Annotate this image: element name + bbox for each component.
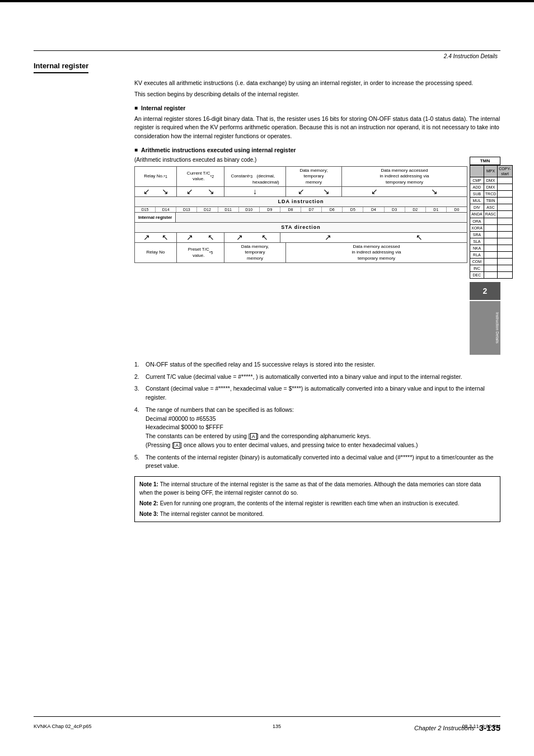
instr-col-header-1: [470, 165, 484, 177]
instr-row-5: DIV ASC: [470, 204, 513, 211]
bit-d13: D13: [176, 207, 197, 212]
sub-heading-2: Arithmetic instructions executed using i…: [134, 147, 500, 153]
chapter-label: Chapter 2 Instructions: [414, 725, 475, 731]
instr-dmx2: DMX: [484, 184, 497, 191]
arrow-datamem: ↙↘: [286, 187, 342, 196]
note-2-label: Note 2:: [139, 500, 160, 506]
instr-empty14b: [498, 265, 513, 272]
page-number: 3-135: [479, 723, 500, 732]
list-item-1: 1. ON-OFF status of the specified relay …: [134, 360, 500, 369]
footer-page-num: 135: [273, 724, 281, 729]
notes-block: Note 1: The internal structure of the in…: [134, 476, 500, 522]
bit-d3: D3: [385, 207, 405, 212]
list-num-3: 3.: [134, 384, 142, 402]
instr-empty8b: [498, 224, 513, 231]
note-3-label: Note 3:: [139, 511, 160, 517]
instr-row-6: ANDA RASC: [470, 211, 513, 218]
arrow-datamem2: ↙↘: [342, 187, 467, 196]
right-instructions-panel: TMN MPX COPY-start CMP DMX ADD DMX: [470, 157, 500, 355]
instr-row-14: INC: [470, 265, 513, 272]
instr-row-12: RLA: [470, 251, 513, 258]
section-header: 2.4 Instruction Details: [444, 53, 498, 59]
sta-arrow-relay: ↗↖: [135, 233, 177, 242]
instr-ora: ORA: [470, 218, 484, 224]
list-num-4: 4.: [134, 406, 142, 450]
instr-inc: INC: [470, 265, 484, 272]
bottom-right-area: Chapter 2 Instructions 3-135: [414, 723, 500, 732]
instr-div: DIV: [470, 204, 484, 211]
instr-mul: MUL: [470, 198, 484, 204]
instr-sub: SUB: [470, 191, 484, 198]
bit-d10: D10: [239, 207, 260, 212]
corner-mark-br: [0, 2, 534, 2]
instr-nka: NKA: [470, 245, 484, 251]
instr-empty10b: [498, 238, 513, 245]
instr-empty5: [498, 204, 513, 211]
bit-d9: D9: [260, 207, 280, 212]
bit-d11: D11: [218, 207, 239, 212]
footer-filename: KVNKA Chap 02_4cP.p65: [34, 724, 91, 729]
list-item-3: 3. Constant (decimal value = #*****, hex…: [134, 384, 500, 402]
bit-d7: D7: [301, 207, 322, 212]
instr-empty12b: [498, 251, 513, 258]
note-1-label: Note 1:: [139, 481, 160, 487]
instr-tbin: TBIN: [484, 198, 497, 204]
content-area: Internal register KV executes all arithm…: [34, 62, 500, 711]
sta-header-datamem: Data memory,temporarymemory: [224, 243, 286, 262]
chapter-2-tab: 2: [470, 282, 500, 300]
instr-dmx1: DMX: [484, 177, 497, 184]
footer-rule: [34, 716, 500, 717]
instr-row-10: SLA: [470, 238, 513, 245]
instr-details-sidebar: Instruction Details: [470, 301, 500, 355]
instr-row-9: SRA: [470, 231, 513, 238]
instr-empty9b: [498, 231, 513, 238]
bit-d6: D6: [322, 207, 343, 212]
instr-sra: SRA: [470, 231, 484, 238]
header-datamem: Data memory;temporarymemory: [286, 167, 342, 186]
instr-col-header-2: MPX: [484, 165, 497, 177]
intro-p1: KV executes all arithmetic instructions …: [134, 79, 500, 88]
diag-top-row: Relay No. *1 Current T/Cvalue. *2 Consta…: [135, 167, 467, 187]
tmn-box: TMN: [470, 157, 500, 165]
sta-header-relay: Relay No: [135, 243, 177, 262]
internal-register-cells: [175, 213, 467, 222]
instr-row-3: SUB TRCD: [470, 191, 513, 198]
instr-row-1: CMP DMX: [470, 177, 513, 184]
instr-empty11b: [498, 245, 513, 251]
instr-xora: XORA: [470, 224, 484, 231]
bit-d0: D0: [447, 207, 467, 212]
instr-trcd: TRCD: [484, 191, 497, 198]
internal-register-label: Internal register: [135, 213, 175, 222]
note-3: Note 3: The internal register cannot be …: [139, 510, 495, 518]
sta-arrow-datamem2: ↗↖: [280, 233, 467, 242]
instr-anda: ANDA: [470, 211, 484, 218]
lda-label: LDA instruction: [135, 197, 467, 207]
instr-rla: RLA: [470, 251, 484, 258]
instr-empty13b: [498, 259, 513, 265]
header-relay: Relay No. *1: [135, 167, 177, 186]
sta-arrow-datamem: ↗↖: [224, 233, 280, 242]
list-content-3: Constant (decimal value = #*****, hexade…: [146, 384, 500, 402]
note-2: Note 2: Even for running one program, th…: [139, 499, 495, 508]
sta-bottom-row: Relay No Preset T/Cvalue. *5 Data memory…: [135, 243, 467, 262]
instr-empty12a: [484, 251, 497, 258]
bit-d8: D8: [280, 207, 301, 212]
list-content-1: ON-OFF status of the specified relay and…: [146, 360, 500, 369]
page-title: Internal register: [34, 62, 88, 73]
list-item-5: 5. The contents of the internal register…: [134, 453, 500, 471]
bit-d1: D1: [426, 207, 447, 212]
numbered-list: 1. ON-OFF status of the specified relay …: [134, 360, 500, 471]
note-3-text: The internal register cannot be monitore…: [160, 511, 264, 517]
instr-dec: DEC: [470, 272, 484, 279]
instr-sla: SLA: [470, 238, 484, 245]
list-content-5: The contents of the internal register (b…: [146, 453, 500, 471]
header-rule: [34, 50, 500, 51]
list-content-4: The range of numbers that can be specifi…: [146, 406, 500, 450]
instruction-table: MPX COPY-start CMP DMX ADD DMX SUB: [470, 165, 513, 279]
instr-asc: ASC: [484, 204, 497, 211]
lda-sta-diagram: Relay No. *1 Current T/Cvalue. *2 Consta…: [134, 166, 467, 263]
instr-empty15b: [498, 272, 513, 279]
list-num-5: 5.: [134, 453, 142, 471]
instr-empty15a: [484, 272, 497, 279]
instr-empty10a: [484, 238, 497, 245]
